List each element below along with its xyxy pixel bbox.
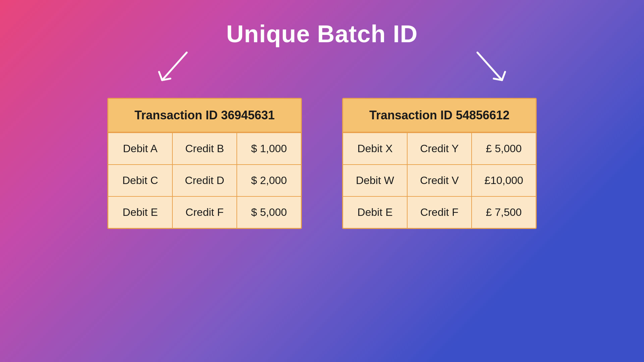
- t1-r3-col3: $ 5,000: [237, 197, 301, 228]
- transaction-2-rows: Debit X Credit Y £ 5,000 Debit W Credit …: [343, 132, 536, 228]
- t1-r1-col1: Debit A: [108, 133, 173, 164]
- table-row: Debit E Credit F £ 7,500: [343, 196, 536, 228]
- svg-line-1: [477, 53, 502, 80]
- t1-r1-col2: Credit B: [173, 133, 237, 164]
- t2-r1-col1: Debit X: [343, 133, 408, 164]
- table-row: Debit X Credit Y £ 5,000: [343, 132, 536, 164]
- t2-r3-col2: Credit F: [408, 197, 472, 228]
- t2-r1-col2: Credit Y: [408, 133, 472, 164]
- t2-r1-col3: £ 5,000: [472, 133, 536, 164]
- t1-r3-col1: Debit E: [108, 197, 173, 228]
- t2-r2-col1: Debit W: [343, 165, 408, 196]
- t1-r2-col2: Credit D: [173, 165, 237, 196]
- t1-r3-col2: Credit F: [173, 197, 237, 228]
- t1-r1-col3: $ 1,000: [237, 133, 301, 164]
- t1-r2-col1: Debit C: [108, 165, 173, 196]
- table-row: Debit W Credit V £10,000: [343, 164, 536, 196]
- tables-container: Transaction ID 36945631 Debit A Credit B…: [107, 98, 537, 229]
- transaction-1-rows: Debit A Credit B $ 1,000 Debit C Credit …: [108, 132, 301, 228]
- arrow-right-icon: [470, 51, 510, 88]
- transaction-table-1: Transaction ID 36945631 Debit A Credit B…: [107, 98, 302, 229]
- svg-line-0: [162, 53, 186, 80]
- t2-r2-col3: £10,000: [472, 165, 536, 196]
- table-row: Debit C Credit D $ 2,000: [108, 164, 301, 196]
- t2-r3-col3: £ 7,500: [472, 197, 536, 228]
- arrows-container: [87, 51, 557, 95]
- t1-r2-col3: $ 2,000: [237, 165, 301, 196]
- transaction-1-header: Transaction ID 36945631: [108, 99, 301, 132]
- transaction-table-2: Transaction ID 54856612 Debit X Credit Y…: [342, 98, 537, 229]
- arrow-left-icon: [154, 51, 195, 88]
- t2-r2-col2: Credit V: [408, 165, 472, 196]
- table-row: Debit A Credit B $ 1,000: [108, 132, 301, 164]
- transaction-2-header: Transaction ID 54856612: [343, 99, 536, 132]
- page-title: Unique Batch ID: [226, 20, 418, 48]
- table-row: Debit E Credit F $ 5,000: [108, 196, 301, 228]
- t2-r3-col1: Debit E: [343, 197, 408, 228]
